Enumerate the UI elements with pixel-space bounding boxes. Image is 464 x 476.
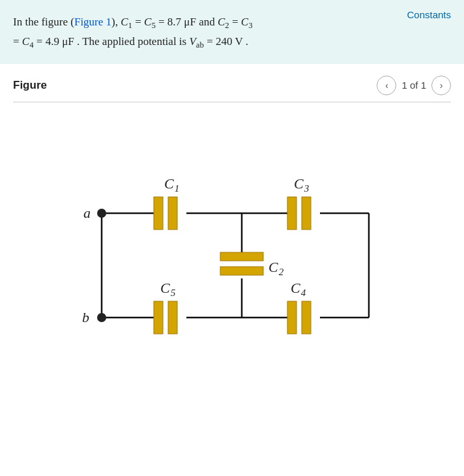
- svg-text:C4: C4: [291, 280, 306, 298]
- next-icon: ›: [440, 80, 443, 91]
- circuit-diagram: a b C1 C5 C3 C4 C2: [50, 115, 414, 376]
- constants-link[interactable]: Constants: [407, 9, 451, 20]
- svg-rect-15: [154, 301, 163, 334]
- svg-text:C3: C3: [294, 175, 309, 194]
- top-bar: Constants In the figure (Figure 1), C1 =…: [0, 0, 464, 64]
- svg-rect-17: [287, 197, 297, 230]
- svg-text:C2: C2: [268, 259, 284, 277]
- svg-rect-13: [168, 197, 177, 230]
- svg-point-23: [97, 209, 106, 218]
- svg-text:C5: C5: [160, 280, 176, 298]
- prev-icon: ‹: [385, 80, 388, 91]
- figure-header: Figure ‹ 1 of 1 ›: [13, 76, 451, 95]
- svg-text:C1: C1: [164, 175, 179, 194]
- figure1-link[interactable]: Figure 1: [74, 16, 111, 28]
- figure-section: Figure ‹ 1 of 1 ›: [0, 64, 464, 396]
- problem-text: In the figure (Figure 1), C1 = C5 = 8.7 …: [13, 10, 451, 52]
- next-button[interactable]: ›: [431, 76, 451, 95]
- svg-point-24: [97, 313, 106, 322]
- svg-text:a: a: [83, 205, 91, 221]
- prev-button[interactable]: ‹: [377, 76, 396, 95]
- svg-rect-19: [287, 301, 297, 334]
- svg-rect-12: [154, 197, 163, 230]
- svg-text:b: b: [82, 309, 89, 325]
- svg-rect-18: [302, 197, 311, 230]
- figure-title: Figure: [13, 79, 47, 92]
- svg-rect-22: [220, 267, 263, 275]
- svg-rect-16: [168, 301, 177, 334]
- constants-label: Constants: [407, 9, 451, 20]
- svg-rect-20: [302, 301, 311, 334]
- figure-nav: ‹ 1 of 1 ›: [377, 76, 451, 95]
- svg-rect-21: [220, 252, 263, 261]
- page-info: 1 of 1: [401, 80, 426, 91]
- circuit-container: a b C1 C5 C3 C4 C2: [13, 102, 451, 396]
